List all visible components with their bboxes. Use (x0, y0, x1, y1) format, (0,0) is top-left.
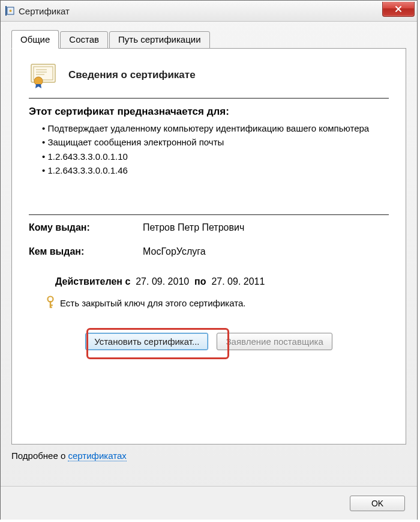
divider (29, 214, 389, 215)
learn-more-link[interactable]: сертификатах (68, 451, 126, 461)
validity-row: Действителен с 27. 09. 2010 по 27. 09. 2… (55, 276, 389, 287)
cert-info-heading: Сведения о сертификате (68, 69, 196, 81)
dialog-footer: OK (1, 486, 417, 520)
issued-by-row: Кем выдан: МосГорУслуга (29, 246, 389, 257)
svg-rect-0 (5, 6, 7, 16)
content-area: Общие Состав Путь сертификации (1, 22, 417, 486)
valid-to: 27. 09. 2011 (211, 276, 265, 287)
purpose-item: Подтверждает удаленному компьютеру идент… (42, 121, 389, 135)
purpose-list: Подтверждает удаленному компьютеру идент… (42, 121, 389, 177)
certificate-dialog: Сертификат Общие Состав Путь сертификаци… (0, 0, 418, 520)
svg-rect-11 (50, 305, 53, 306)
cert-button-row: Установить сертификат... Заявление поста… (29, 333, 389, 350)
tab-cert-path[interactable]: Путь сертификации (109, 31, 210, 49)
install-certificate-button[interactable]: Установить сертификат... (85, 333, 208, 350)
tab-panel-general: Сведения о сертификате Этот сертификат п… (11, 48, 406, 445)
learn-more-prefix: Подробнее о (11, 451, 68, 461)
purpose-item: 1.2.643.3.3.0.0.1.46 (42, 163, 389, 177)
valid-from: 27. 09. 2010 (136, 276, 189, 287)
tab-strip: Общие Состав Путь сертификации (11, 30, 406, 49)
ok-button[interactable]: OK (350, 496, 405, 511)
issued-to-value: Петров Петр Петрович (143, 222, 244, 233)
cert-header: Сведения о сертификате (29, 61, 389, 90)
window-title: Сертификат (19, 6, 382, 16)
purpose-title: Этот сертификат предназначается для: (29, 106, 389, 118)
purpose-item: Защищает сообщения электронной почты (42, 135, 389, 149)
certificate-icon (29, 61, 58, 90)
valid-prefix: Действителен с (55, 276, 130, 287)
purpose-item: 1.2.643.3.3.0.0.1.10 (42, 150, 389, 163)
private-key-row: Есть закрытый ключ для этого сертификата… (46, 296, 389, 310)
issued-to-row: Кому выдан: Петров Петр Петрович (29, 222, 389, 233)
issued-by-value: МосГорУслуга (143, 246, 206, 257)
svg-point-2 (10, 10, 12, 12)
divider (29, 98, 389, 99)
tab-general[interactable]: Общие (11, 30, 59, 49)
valid-mid: по (194, 276, 206, 287)
tab-details[interactable]: Состав (60, 31, 108, 49)
svg-rect-12 (50, 307, 52, 308)
app-icon (4, 5, 15, 16)
svg-rect-10 (50, 301, 51, 308)
svg-point-8 (34, 77, 43, 85)
private-key-text: Есть закрытый ключ для этого сертификата… (60, 298, 245, 308)
issued-by-label: Кем выдан: (29, 246, 143, 257)
titlebar: Сертификат (1, 1, 417, 22)
issued-to-label: Кому выдан: (29, 222, 143, 233)
close-button[interactable] (382, 2, 415, 17)
key-icon (46, 296, 55, 310)
learn-more: Подробнее о сертификатах (11, 451, 406, 461)
close-icon (395, 5, 402, 13)
issuer-statement-button[interactable]: Заявление поставщика (217, 333, 332, 350)
